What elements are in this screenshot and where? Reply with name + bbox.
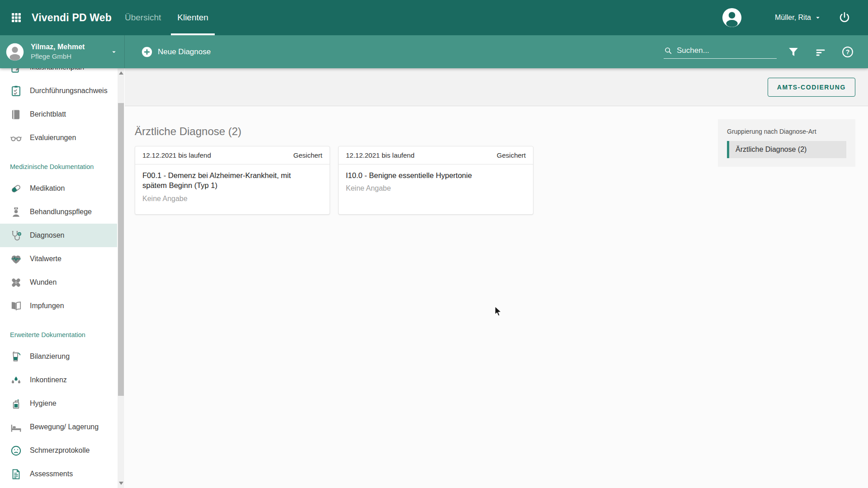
diagnosis-period: 12.12.2021 bis laufend bbox=[346, 151, 415, 159]
svg-text:?: ? bbox=[846, 48, 850, 56]
search-input[interactable] bbox=[677, 46, 777, 55]
diagnosis-title: I10.0 - Benigne essentielle Hypertonie bbox=[346, 170, 509, 180]
toolbar-icons: ? bbox=[787, 35, 854, 68]
grouping-item-arztliche-diagnose-2[interactable]: Ärztliche Diagnose (2) bbox=[727, 141, 846, 158]
drops-icon bbox=[10, 374, 22, 386]
sidebar-item-impfungen[interactable]: Impfungen bbox=[0, 294, 117, 318]
sidebar-section-medizinische-dokumentation: Medizinische Dokumentation bbox=[0, 157, 125, 177]
sidebar-item-label: Maßnahmenplan bbox=[30, 68, 84, 71]
diagnosis-title: F00.1 - Demenz bei Alzheimer-Krankheit, … bbox=[142, 170, 305, 191]
sidebar-item-label: Inkontinenz bbox=[30, 376, 67, 384]
heart-pulse-icon bbox=[10, 253, 22, 265]
scroll-up-icon[interactable] bbox=[119, 71, 123, 75]
scroll-down-icon[interactable] bbox=[119, 482, 123, 485]
new-diagnosis-label: Neue Diagnose bbox=[158, 47, 211, 56]
soap-dispenser-icon bbox=[10, 398, 22, 410]
sidebar-item-schmerzprotokolle[interactable]: Schmerzprotokolle bbox=[0, 439, 117, 462]
sidebar-item-label: Impfungen bbox=[30, 302, 64, 310]
caret-down-icon[interactable] bbox=[814, 14, 822, 22]
sidebar-scrollbar[interactable] bbox=[118, 68, 124, 488]
logged-in-user-name: Müller, Rita bbox=[775, 14, 811, 22]
diagnosis-status-badge: Gesichert bbox=[497, 151, 526, 159]
sidebar-nav: MaßnahmenplanDurchführungsnachweisBerich… bbox=[0, 68, 125, 486]
sidebar-item-durchfuhrungsnachweis[interactable]: Durchführungsnachweis bbox=[0, 79, 117, 103]
diagnosis-card-header: 12.12.2021 bis laufendGesichert bbox=[135, 146, 330, 164]
open-book-icon bbox=[10, 300, 22, 312]
sidebar-item-assessments[interactable]: Assessments bbox=[0, 462, 117, 486]
sidebar-item-label: Vitalwerte bbox=[30, 255, 61, 263]
sidebar-item-vitalwerte[interactable]: Vitalwerte bbox=[0, 247, 117, 271]
sidebar-item-wunden[interactable]: Wunden bbox=[0, 271, 117, 294]
client-meta: Yilmaz, Mehmet Pflege GmbH bbox=[31, 42, 85, 61]
grouping-panel-label: Gruppierung nach Diagnose-Art bbox=[727, 128, 846, 135]
diagnosis-card[interactable]: 12.12.2021 bis laufendGesichertI10.0 - B… bbox=[338, 146, 533, 215]
drink-glass-icon bbox=[10, 351, 22, 363]
user-avatar-icon[interactable] bbox=[722, 7, 742, 28]
top-app-bar: Vivendi PD Web ÜbersichtKlienten Müller,… bbox=[0, 0, 868, 35]
sidebar: MaßnahmenplanDurchführungsnachweisBerich… bbox=[0, 68, 125, 488]
plus-circle-icon bbox=[141, 46, 153, 58]
assessment-doc-icon bbox=[10, 468, 22, 480]
scrollbar-thumb[interactable] bbox=[118, 103, 124, 396]
topbar-tabs: ÜbersichtKlienten bbox=[117, 0, 217, 35]
sidebar-item-berichtblatt[interactable]: Berichtblatt bbox=[0, 103, 117, 126]
sad-face-icon bbox=[10, 445, 22, 457]
sidebar-item-bewegung-lagerung[interactable]: Bewegung/ Lagerung bbox=[0, 415, 117, 439]
sidebar-item-label: Hygiene bbox=[30, 399, 57, 408]
apps-grid-icon[interactable] bbox=[11, 12, 22, 23]
bed-icon bbox=[10, 421, 22, 433]
vivendi-pd-web-app: { "colors": { "topbar_bg": "#1a6a60", "t… bbox=[0, 0, 868, 488]
sidebar-section-erweiterte-dokumentation: Erweiterte Dokumentation bbox=[0, 325, 125, 345]
grouping-panel: Gruppierung nach Diagnose-Art Ärztliche … bbox=[718, 119, 855, 167]
context-toolbar: Yilmaz, Mehmet Pflege GmbH Neue Diagnose… bbox=[0, 35, 868, 68]
grouping-items: Ärztliche Diagnose (2) bbox=[727, 141, 846, 158]
search-field bbox=[664, 46, 777, 59]
sidebar-item-hygiene[interactable]: Hygiene bbox=[0, 392, 117, 415]
tab-ubersicht[interactable]: Übersicht bbox=[117, 0, 169, 35]
sidebar-item-behandlungspflege[interactable]: Behandlungspflege bbox=[0, 200, 117, 224]
care-plan-icon bbox=[10, 68, 22, 74]
diagnosis-period: 12.12.2021 bis laufend bbox=[142, 151, 211, 159]
app-title: Vivendi PD Web bbox=[32, 12, 112, 24]
amts-coding-button[interactable]: AMTS-CODIERUNG bbox=[768, 78, 855, 97]
caret-down-icon[interactable] bbox=[110, 48, 118, 56]
sidebar-item-inkontinenz[interactable]: Inkontinenz bbox=[0, 368, 117, 392]
tab-klienten[interactable]: Klienten bbox=[169, 0, 217, 35]
new-diagnosis-button[interactable]: Neue Diagnose bbox=[141, 46, 211, 58]
diagnosis-note: Keine Angabe bbox=[142, 195, 322, 203]
client-name: Yilmaz, Mehmet bbox=[31, 42, 85, 52]
diagnosis-card-body: I10.0 - Benigne essentielle HypertonieKe… bbox=[339, 164, 533, 200]
sort-icon[interactable] bbox=[814, 46, 827, 58]
sidebar-item-bilanzierung[interactable]: Bilanzierung bbox=[0, 345, 117, 368]
sidebar-item-diagnosen[interactable]: Diagnosen bbox=[0, 224, 117, 247]
search-icon bbox=[664, 46, 673, 55]
checklist-icon bbox=[10, 85, 22, 97]
client-organization: Pflege GmbH bbox=[31, 52, 85, 61]
nurse-icon bbox=[10, 206, 22, 218]
sidebar-item-evaluierungen[interactable]: Evaluierungen bbox=[0, 126, 117, 150]
sidebar-item-label: Evaluierungen bbox=[30, 134, 76, 142]
diagnosis-note: Keine Angabe bbox=[346, 184, 526, 192]
power-icon[interactable] bbox=[838, 11, 851, 24]
diagnosis-card-body: F00.1 - Demenz bei Alzheimer-Krankheit, … bbox=[135, 164, 330, 210]
sidebar-item-label: Schmerzprotokolle bbox=[30, 446, 90, 455]
topbar-user-area: Müller, Rita bbox=[722, 0, 851, 35]
sidebar-item-label: Bewegung/ Lagerung bbox=[30, 423, 99, 431]
sidebar-item-label: Medikation bbox=[30, 184, 65, 192]
sidebar-item-label: Behandlungspflege bbox=[30, 208, 92, 216]
stethoscope-icon bbox=[10, 230, 22, 242]
help-icon[interactable]: ? bbox=[841, 46, 854, 58]
diagnosis-card[interactable]: 12.12.2021 bis laufendGesichertF00.1 - D… bbox=[135, 146, 330, 215]
sidebar-item-label: Berichtblatt bbox=[30, 110, 66, 118]
client-avatar-icon bbox=[5, 42, 24, 61]
sidebar-item-massnahmenplan[interactable]: Maßnahmenplan bbox=[0, 68, 117, 79]
diagnosis-card-header: 12.12.2021 bis laufendGesichert bbox=[339, 146, 533, 164]
filter-icon[interactable] bbox=[787, 46, 800, 58]
bandage-icon bbox=[10, 277, 22, 289]
sidebar-item-label: Wunden bbox=[30, 278, 57, 286]
sidebar-item-medikation[interactable]: Medikation bbox=[0, 177, 117, 200]
sidebar-item-label: Assessments bbox=[30, 470, 73, 478]
client-selector[interactable]: Yilmaz, Mehmet Pflege GmbH bbox=[0, 35, 125, 68]
pill-icon bbox=[10, 183, 22, 195]
sidebar-item-label: Diagnosen bbox=[30, 231, 65, 239]
